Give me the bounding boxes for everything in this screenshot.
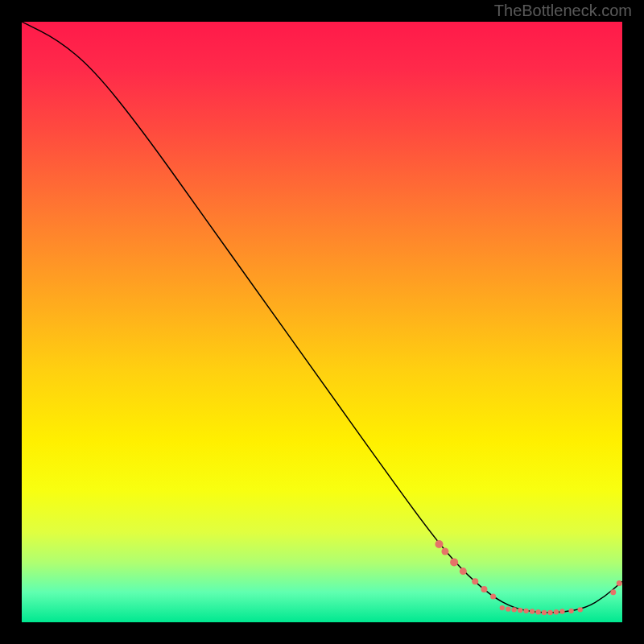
data-point [472,578,478,584]
data-point [481,586,487,592]
data-point [554,609,559,614]
data-point [523,609,528,613]
data-point [578,607,583,612]
data-point [441,547,448,555]
data-point [568,609,573,613]
data-point [490,593,496,599]
data-point [547,610,552,615]
data-point [617,580,622,586]
data-point [535,609,540,614]
data-point [542,610,547,615]
data-point [460,568,467,575]
chart-svg [22,22,622,622]
data-point [610,589,616,595]
chart-plot-area [22,22,622,622]
data-point [512,607,517,612]
data-points-group [435,540,621,615]
bottleneck-curve [22,22,622,613]
data-point [530,609,535,613]
data-point [435,540,443,548]
data-point [506,606,510,611]
watermark-text: TheBottleneck.com [494,2,632,20]
data-point [559,609,564,613]
data-point [518,608,522,613]
data-point [500,605,505,610]
data-point [450,558,458,566]
